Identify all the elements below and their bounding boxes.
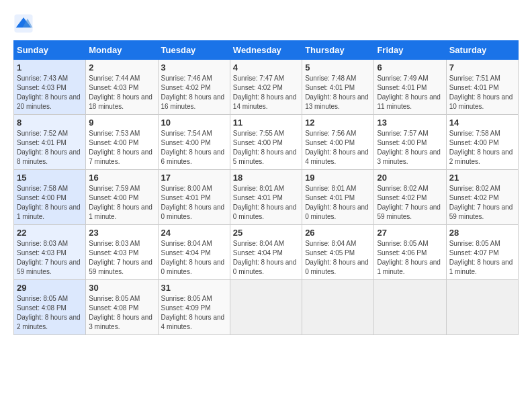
sunrise-label: Sunrise: 7:48 AM — [305, 75, 356, 82]
day-number: 26 — [305, 228, 371, 238]
daylight-label: Daylight: 8 hours and 18 minutes. — [89, 93, 152, 110]
day-info: Sunrise: 7:59 AM Sunset: 4:00 PM Dayligh… — [89, 184, 154, 222]
day-info: Sunrise: 8:02 AM Sunset: 4:02 PM Dayligh… — [449, 184, 515, 222]
calendar-cell: 23 Sunrise: 8:03 AM Sunset: 4:03 PM Dayl… — [86, 225, 158, 280]
day-number: 29 — [17, 283, 83, 293]
daylight-label: Daylight: 8 hours and 10 minutes. — [449, 93, 513, 110]
sunrise-label: Sunrise: 7:43 AM — [17, 75, 68, 82]
day-number: 7 — [449, 62, 515, 73]
sunset-label: Sunset: 4:03 PM — [17, 249, 66, 257]
day-info: Sunrise: 8:03 AM Sunset: 4:03 PM Dayligh… — [89, 239, 154, 277]
sunset-label: Sunset: 4:00 PM — [377, 139, 427, 146]
calendar-cell: 20 Sunrise: 8:02 AM Sunset: 4:02 PM Dayl… — [374, 170, 446, 225]
day-number: 6 — [377, 62, 443, 73]
day-number: 14 — [449, 118, 515, 128]
calendar-cell: 15 Sunrise: 7:58 AM Sunset: 4:00 PM Dayl… — [14, 170, 86, 225]
daylight-label: Daylight: 8 hours and 0 minutes. — [233, 203, 297, 220]
logo — [13, 13, 36, 34]
sunset-label: Sunset: 4:06 PM — [377, 249, 427, 257]
day-info: Sunrise: 7:48 AM Sunset: 4:01 PM Dayligh… — [305, 74, 371, 111]
calendar-cell: 31 Sunrise: 8:05 AM Sunset: 4:09 PM Dayl… — [158, 280, 230, 335]
day-number: 30 — [89, 283, 154, 293]
day-info: Sunrise: 7:49 AM Sunset: 4:01 PM Dayligh… — [377, 74, 443, 111]
sunset-label: Sunset: 4:01 PM — [305, 194, 355, 201]
sunrise-label: Sunrise: 7:56 AM — [305, 130, 356, 137]
day-info: Sunrise: 7:51 AM Sunset: 4:01 PM Dayligh… — [449, 74, 515, 111]
calendar-cell: 7 Sunrise: 7:51 AM Sunset: 4:01 PM Dayli… — [446, 60, 518, 115]
daylight-label: Daylight: 8 hours and 20 minutes. — [17, 93, 81, 110]
calendar-cell: 30 Sunrise: 8:05 AM Sunset: 4:08 PM Dayl… — [86, 280, 158, 335]
daylight-label: Daylight: 7 hours and 59 minutes. — [377, 203, 441, 220]
day-number: 3 — [161, 62, 227, 73]
calendar-cell — [230, 280, 302, 335]
sunrise-label: Sunrise: 8:02 AM — [377, 185, 428, 192]
daylight-label: Daylight: 8 hours and 0 minutes. — [233, 259, 297, 275]
daylight-label: Daylight: 8 hours and 1 minute. — [89, 203, 152, 220]
sunset-label: Sunset: 4:08 PM — [17, 304, 66, 312]
day-number: 18 — [233, 173, 299, 183]
sunset-label: Sunset: 4:02 PM — [449, 194, 499, 201]
daylight-label: Daylight: 8 hours and 3 minutes. — [89, 314, 152, 330]
sunset-label: Sunset: 4:01 PM — [377, 84, 427, 91]
sunset-label: Sunset: 4:07 PM — [449, 249, 499, 257]
daylight-label: Daylight: 7 hours and 59 minutes. — [449, 203, 513, 220]
sunset-label: Sunset: 4:03 PM — [89, 249, 138, 257]
sunrise-label: Sunrise: 8:03 AM — [89, 240, 140, 247]
calendar-cell: 24 Sunrise: 8:04 AM Sunset: 4:04 PM Dayl… — [158, 225, 230, 280]
sunset-label: Sunset: 4:01 PM — [449, 84, 499, 91]
calendar-cell: 18 Sunrise: 8:01 AM Sunset: 4:01 PM Dayl… — [230, 170, 302, 225]
sunrise-label: Sunrise: 8:05 AM — [89, 295, 140, 302]
weekday-header-thursday: Thursday — [302, 41, 374, 60]
day-info: Sunrise: 8:01 AM Sunset: 4:01 PM Dayligh… — [233, 184, 299, 222]
day-info: Sunrise: 8:04 AM Sunset: 4:04 PM Dayligh… — [233, 239, 299, 277]
day-info: Sunrise: 7:54 AM Sunset: 4:00 PM Dayligh… — [161, 129, 227, 167]
week-row-1: 1 Sunrise: 7:43 AM Sunset: 4:03 PM Dayli… — [14, 60, 519, 115]
day-number: 27 — [377, 228, 443, 238]
daylight-label: Daylight: 8 hours and 4 minutes. — [161, 314, 225, 330]
day-info: Sunrise: 7:55 AM Sunset: 4:00 PM Dayligh… — [233, 129, 299, 167]
sunrise-label: Sunrise: 7:49 AM — [377, 75, 428, 82]
sunrise-label: Sunrise: 7:57 AM — [377, 130, 428, 137]
daylight-label: Daylight: 8 hours and 0 minutes. — [161, 203, 225, 220]
sunset-label: Sunset: 4:00 PM — [161, 139, 211, 146]
daylight-label: Daylight: 8 hours and 2 minutes. — [449, 148, 513, 165]
weekday-header-sunday: Sunday — [14, 41, 86, 60]
sunrise-label: Sunrise: 8:01 AM — [233, 185, 284, 192]
sunset-label: Sunset: 4:05 PM — [305, 249, 355, 257]
calendar-cell: 16 Sunrise: 7:59 AM Sunset: 4:00 PM Dayl… — [86, 170, 158, 225]
sunrise-label: Sunrise: 8:05 AM — [377, 240, 428, 247]
day-info: Sunrise: 8:03 AM Sunset: 4:03 PM Dayligh… — [17, 239, 83, 277]
calendar-cell: 3 Sunrise: 7:46 AM Sunset: 4:02 PM Dayli… — [158, 60, 230, 115]
sunset-label: Sunset: 4:01 PM — [17, 139, 66, 146]
sunset-label: Sunset: 4:01 PM — [161, 194, 211, 201]
daylight-label: Daylight: 7 hours and 59 minutes. — [17, 259, 81, 275]
daylight-label: Daylight: 7 hours and 59 minutes. — [89, 259, 152, 275]
sunrise-label: Sunrise: 8:04 AM — [161, 240, 212, 247]
weekday-header-friday: Friday — [374, 41, 446, 60]
week-row-3: 15 Sunrise: 7:58 AM Sunset: 4:00 PM Dayl… — [14, 170, 519, 225]
day-number: 19 — [305, 173, 371, 183]
day-number: 23 — [89, 228, 154, 238]
calendar-cell: 14 Sunrise: 7:58 AM Sunset: 4:00 PM Dayl… — [446, 115, 518, 170]
day-info: Sunrise: 7:58 AM Sunset: 4:00 PM Dayligh… — [17, 184, 83, 222]
sunrise-label: Sunrise: 8:03 AM — [17, 240, 68, 247]
day-number: 16 — [89, 173, 154, 183]
day-info: Sunrise: 8:01 AM Sunset: 4:01 PM Dayligh… — [305, 184, 371, 222]
day-number: 10 — [161, 118, 227, 128]
sunset-label: Sunset: 4:01 PM — [233, 194, 283, 201]
calendar-cell: 27 Sunrise: 8:05 AM Sunset: 4:06 PM Dayl… — [374, 225, 446, 280]
daylight-label: Daylight: 8 hours and 0 minutes. — [305, 259, 369, 275]
day-number: 20 — [377, 173, 443, 183]
calendar-cell: 1 Sunrise: 7:43 AM Sunset: 4:03 PM Dayli… — [14, 60, 86, 115]
day-info: Sunrise: 8:00 AM Sunset: 4:01 PM Dayligh… — [161, 184, 227, 222]
day-number: 17 — [161, 173, 227, 183]
weekday-header-wednesday: Wednesday — [230, 41, 302, 60]
day-info: Sunrise: 7:43 AM Sunset: 4:03 PM Dayligh… — [17, 74, 83, 111]
calendar-cell: 5 Sunrise: 7:48 AM Sunset: 4:01 PM Dayli… — [302, 60, 374, 115]
day-info: Sunrise: 8:05 AM Sunset: 4:06 PM Dayligh… — [377, 239, 443, 277]
sunset-label: Sunset: 4:01 PM — [305, 84, 355, 91]
calendar-cell: 4 Sunrise: 7:47 AM Sunset: 4:02 PM Dayli… — [230, 60, 302, 115]
sunset-label: Sunset: 4:04 PM — [161, 249, 211, 257]
day-info: Sunrise: 8:04 AM Sunset: 4:04 PM Dayligh… — [161, 239, 227, 277]
sunrise-label: Sunrise: 7:53 AM — [89, 130, 140, 137]
